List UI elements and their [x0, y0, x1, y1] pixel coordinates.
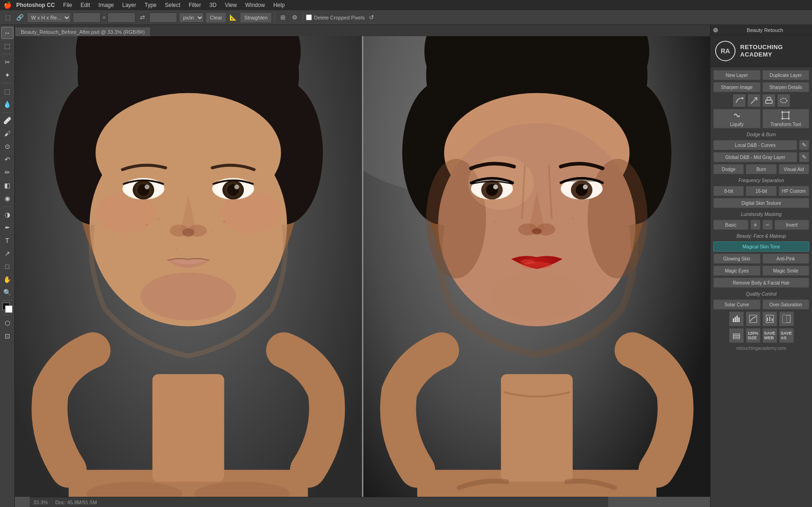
text-tool[interactable]: T: [1, 234, 13, 247]
visual-aid-button[interactable]: Visual Aid: [779, 164, 809, 174]
sharpen-details-button[interactable]: Sharpen Details: [762, 82, 810, 92]
units-dropdown[interactable]: px/in: [179, 13, 204, 23]
straighten-button[interactable]: Straighten: [240, 13, 272, 23]
hp-custom-button[interactable]: HP Custom: [779, 186, 809, 196]
selection-tool[interactable]: ⬚: [1, 40, 13, 52]
quick-mask-tool[interactable]: ⬡: [1, 317, 13, 329]
zoom-level: 33.3%: [33, 500, 48, 505]
height-input[interactable]: [108, 13, 135, 23]
crop-tool-icon[interactable]: ⬚: [3, 13, 13, 23]
grid-icon[interactable]: ⊞: [278, 13, 288, 23]
delete-cropped-checkbox[interactable]: [306, 14, 312, 20]
menu-3d[interactable]: 3D: [206, 1, 220, 9]
lum-minus-button[interactable]: −: [762, 220, 773, 230]
liquify-button[interactable]: Liquify: [713, 109, 761, 128]
save-web-btn[interactable]: SAVEWEB: [762, 328, 777, 343]
menu-window[interactable]: Window: [241, 1, 269, 9]
resolution-input[interactable]: [149, 13, 177, 23]
levels-icon-btn[interactable]: [762, 311, 777, 326]
save-as-btn[interactable]: SAVEAS: [779, 328, 794, 343]
pen-tool[interactable]: ✒: [1, 222, 13, 234]
size-120-btn[interactable]: 120%SIZE: [746, 328, 761, 343]
menu-bar: 🍎 Photoshop CC File Edit Image Layer Typ…: [0, 0, 812, 10]
menu-help[interactable]: Help: [270, 1, 289, 9]
8bit-button[interactable]: 8-bit: [713, 186, 744, 196]
logo-line1: RETOUCHING: [740, 44, 783, 51]
magic-smile-button[interactable]: Magic Smile: [762, 266, 810, 276]
eyedropper-tool[interactable]: 💧: [1, 98, 13, 110]
menu-view[interactable]: View: [221, 1, 241, 9]
canvas-tab[interactable]: Beauty_Retouch_Before_After.psd @ 33.3% …: [15, 27, 151, 36]
dodge-button[interactable]: Dodge: [713, 164, 744, 174]
transform-tool-button[interactable]: Transform Tool: [762, 109, 810, 128]
arrow-tool-icon-btn[interactable]: [748, 94, 761, 107]
svg-point-25: [182, 228, 194, 236]
wand-tool[interactable]: ✦: [1, 69, 13, 81]
blur-tool[interactable]: ◉: [1, 192, 13, 204]
global-db-edit-icon[interactable]: ✎: [799, 152, 809, 162]
burn-button[interactable]: Burn: [746, 164, 776, 174]
lasso-tool[interactable]: ✂: [1, 56, 13, 68]
glowing-skin-button[interactable]: Glowing Skin: [713, 254, 761, 264]
menu-select[interactable]: Select: [161, 1, 184, 9]
screen-mode-tool[interactable]: ⊡: [1, 330, 13, 342]
apple-icon[interactable]: 🍎: [4, 1, 12, 9]
lum-basic-button[interactable]: Basic: [713, 220, 749, 230]
eraser-tool[interactable]: ✏: [1, 166, 13, 178]
remove-hair-button[interactable]: Remove Body & Facial Hair: [713, 278, 809, 288]
swap-icon[interactable]: ⇄: [137, 13, 147, 23]
gradient-tool[interactable]: ◧: [1, 179, 13, 191]
solar-curve-button[interactable]: Solar Curve: [713, 299, 761, 310]
straighten-icon[interactable]: 📐: [228, 13, 238, 23]
magical-skin-tone-button[interactable]: Magical Skin Tone: [713, 241, 809, 252]
16bit-button[interactable]: 16-bit: [746, 186, 776, 196]
width-input[interactable]: [73, 13, 101, 23]
compare-icon-btn[interactable]: [779, 311, 794, 326]
shape-tool[interactable]: □: [1, 260, 13, 273]
menu-filter[interactable]: Filter: [185, 1, 205, 9]
preset-dropdown[interactable]: W x H x Re...: [27, 13, 71, 23]
clone-tool[interactable]: ⊙: [1, 140, 13, 152]
sharpen-image-button[interactable]: Sharpen Image: [713, 82, 761, 92]
color-swatch[interactable]: [2, 303, 13, 313]
lasso-icon-btn[interactable]: [777, 94, 790, 107]
settings-icon[interactable]: ⚙: [290, 13, 300, 23]
background-color[interactable]: [5, 305, 13, 313]
clear-button[interactable]: Clear: [206, 13, 226, 23]
duplicate-layer-button[interactable]: Duplicate Layer: [762, 70, 810, 80]
lum-invert-button[interactable]: Invert: [774, 220, 810, 230]
magic-eyes-button[interactable]: Magic Eyes: [713, 266, 761, 276]
curves-icon-btn[interactable]: [746, 311, 761, 326]
menu-image[interactable]: Image: [95, 1, 117, 9]
aspect-lock-icon[interactable]: 🔗: [15, 13, 25, 23]
pen-curve-icon-btn[interactable]: [733, 94, 746, 107]
move-tool[interactable]: ↔: [1, 27, 13, 39]
path-tool[interactable]: ↗: [1, 247, 13, 260]
menu-edit[interactable]: Edit: [77, 1, 94, 9]
menu-layer[interactable]: Layer: [119, 1, 140, 9]
refresh-icon[interactable]: ↺: [367, 13, 377, 23]
histogram-icon-btn[interactable]: [729, 311, 744, 326]
lum-plus-button[interactable]: +: [750, 220, 761, 230]
local-db-edit-icon[interactable]: ✎: [799, 140, 809, 150]
brush-tool[interactable]: 🖌: [1, 127, 13, 139]
anti-pink-button[interactable]: Anti-Pink: [762, 254, 810, 264]
svg-rect-85: [733, 336, 740, 337]
local-db-button[interactable]: Local D&B - Curves: [713, 140, 797, 150]
dodge-tool[interactable]: ◑: [1, 209, 13, 221]
menu-type[interactable]: Type: [141, 1, 160, 9]
digital-skin-texture-button[interactable]: Digital Skin Texture: [713, 198, 809, 208]
menu-file[interactable]: File: [59, 1, 76, 9]
global-db-button[interactable]: Global D&B - Mid Gray Layer: [713, 152, 797, 162]
heal-tool[interactable]: 🩹: [1, 114, 13, 127]
crop-tool[interactable]: ⬚: [1, 85, 13, 97]
layers-icon-btn[interactable]: [729, 328, 744, 343]
history-brush[interactable]: ↶: [1, 153, 13, 165]
new-layer-button[interactable]: New Layer: [713, 70, 761, 80]
panel-close-button[interactable]: ×: [713, 28, 718, 32]
over-saturation-button[interactable]: Over-Saturation: [762, 299, 810, 310]
hand-tool[interactable]: ✋: [1, 273, 13, 285]
panel-title: Beauty Retouch: [721, 27, 809, 33]
eraser-icon-btn[interactable]: [762, 94, 775, 107]
zoom-tool[interactable]: 🔍: [1, 286, 13, 298]
